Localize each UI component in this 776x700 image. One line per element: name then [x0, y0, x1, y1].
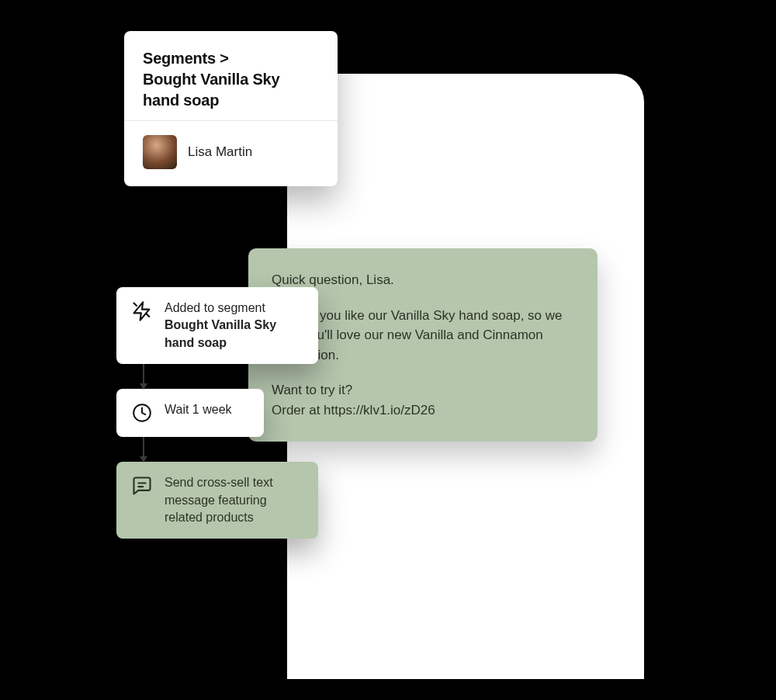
segment-title-line1: Bought Vanilla Sky: [143, 71, 279, 88]
flow-trigger-text: Added to segment Bought Vanilla Sky hand…: [165, 300, 276, 352]
avatar: [143, 135, 177, 169]
contact-name: Lisa Martin: [188, 144, 252, 160]
segment-card-body: Lisa Martin: [124, 121, 338, 186]
flow-connector-1: [143, 364, 144, 389]
flow-trigger-card[interactable]: Added to segment Bought Vanilla Sky hand…: [116, 287, 318, 364]
svg-line-1: [134, 303, 137, 307]
breadcrumb-sep: >: [220, 50, 228, 67]
flow-connector-2: [143, 437, 144, 462]
flow-action-text: Send cross-sell text message featuring r…: [165, 474, 304, 526]
svg-line-2: [147, 314, 150, 317]
segment-card-header: Segments > Bought Vanilla Sky hand soap: [124, 31, 338, 121]
segment-card[interactable]: Segments > Bought Vanilla Sky hand soap …: [124, 31, 338, 186]
lightning-icon: [130, 300, 154, 323]
trigger-segment-line2: hand soap: [165, 336, 227, 349]
clock-icon: [130, 401, 154, 425]
flow-action-card[interactable]: Send cross-sell text message featuring r…: [116, 462, 318, 539]
trigger-prefix: Added to segment: [165, 301, 265, 314]
flow-wait-card[interactable]: Wait 1 week: [116, 389, 264, 437]
segment-title-line2: hand soap: [143, 92, 219, 109]
flow-column: Added to segment Bought Vanilla Sky hand…: [116, 287, 318, 539]
flow-wait-text: Wait 1 week: [165, 401, 232, 418]
trigger-segment-line1: Bought Vanilla Sky: [165, 318, 276, 331]
breadcrumb-root: Segments: [143, 50, 216, 67]
message-icon: [130, 474, 154, 497]
breadcrumb: Segments > Bought Vanilla Sky hand soap: [143, 48, 319, 111]
